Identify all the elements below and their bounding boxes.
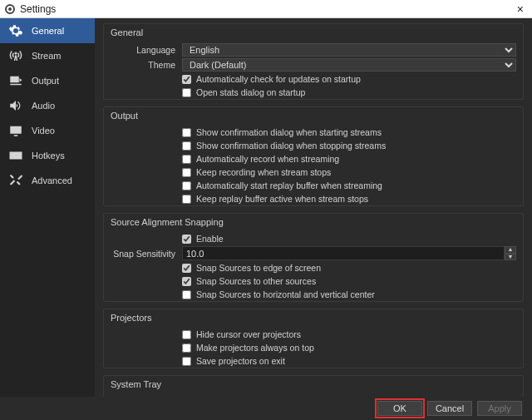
- chk-confirm-start[interactable]: [182, 128, 191, 137]
- group-title: System Tray: [104, 376, 523, 394]
- chk-auto-record[interactable]: [182, 155, 191, 164]
- group-title: Output: [104, 107, 523, 126]
- sidebar-item-output[interactable]: Output: [0, 68, 95, 93]
- chk-stats[interactable]: [182, 88, 191, 97]
- sidebar-item-stream[interactable]: Stream: [0, 43, 95, 68]
- chk-auto-replay[interactable]: [182, 181, 191, 190]
- chk-snap-edge[interactable]: [182, 264, 191, 273]
- snap-sensitivity-input[interactable]: [182, 246, 505, 260]
- sidebar-item-general[interactable]: General: [0, 18, 95, 43]
- antenna-icon: [7, 48, 25, 63]
- chk-confirm-stop[interactable]: [182, 141, 191, 151]
- chk-updates[interactable]: [182, 75, 191, 84]
- keyboard-icon: [7, 148, 25, 163]
- theme-select[interactable]: Dark (Default): [182, 58, 516, 72]
- sidebar-item-advanced[interactable]: Advanced: [0, 168, 95, 193]
- app-icon: [5, 4, 15, 14]
- sidebar-item-label: Advanced: [32, 175, 72, 185]
- titlebar: Settings ×: [0, 0, 532, 18]
- settings-content: General Language English Theme Dark (Def…: [95, 18, 532, 397]
- language-select[interactable]: English: [182, 43, 516, 57]
- language-label: Language: [104, 45, 182, 55]
- theme-label: Theme: [104, 60, 182, 70]
- sidebar-item-hotkeys[interactable]: Hotkeys: [0, 143, 95, 168]
- sidebar-item-label: Hotkeys: [32, 151, 65, 161]
- chk-snap-center[interactable]: [182, 290, 191, 299]
- chk-snap-other[interactable]: [182, 277, 191, 286]
- group-systray: System Tray Enable Minimize to system tr…: [103, 375, 524, 397]
- chk-keep-recording[interactable]: [182, 168, 191, 177]
- close-icon[interactable]: ×: [514, 2, 527, 16]
- window-title: Settings: [20, 3, 514, 15]
- snap-sensitivity-label: Snap Sensitivity: [104, 249, 182, 259]
- group-output: Output Show confirmation dialog when sta…: [103, 106, 524, 206]
- chk-proj-hide-cursor[interactable]: [182, 330, 191, 339]
- chk-proj-on-top[interactable]: [182, 343, 191, 353]
- audio-icon: [7, 98, 25, 113]
- sidebar-item-audio[interactable]: Audio: [0, 93, 95, 118]
- step-down-icon[interactable]: ▼: [505, 254, 516, 261]
- sidebar-item-video[interactable]: Video: [0, 118, 95, 143]
- ok-button[interactable]: OK: [377, 401, 422, 416]
- sidebar: General Stream Output Audio Video Hotkey…: [0, 18, 95, 397]
- tools-icon: [7, 173, 25, 188]
- gear-icon: [7, 23, 25, 38]
- video-icon: [7, 123, 25, 138]
- chk-keep-replay[interactable]: [182, 195, 191, 204]
- sidebar-item-label: Video: [32, 126, 55, 136]
- group-general: General Language English Theme Dark (Def…: [103, 23, 524, 100]
- group-snapping: Source Alignment Snapping Enable Snap Se…: [103, 213, 524, 302]
- sidebar-item-label: Output: [32, 76, 59, 86]
- chk-snap-enable[interactable]: [182, 235, 191, 244]
- step-up-icon[interactable]: ▲: [505, 246, 516, 254]
- group-projectors: Projectors Hide cursor over projectors M…: [103, 309, 524, 368]
- apply-button[interactable]: Apply: [477, 401, 522, 416]
- group-title: Source Alignment Snapping: [104, 214, 523, 232]
- group-title: Projectors: [104, 309, 523, 328]
- output-icon: [7, 73, 25, 88]
- sidebar-item-label: General: [32, 26, 64, 36]
- sidebar-item-label: Audio: [32, 101, 55, 111]
- snap-sensitivity-stepper[interactable]: ▲▼: [505, 246, 516, 260]
- sidebar-item-label: Stream: [32, 51, 61, 61]
- chk-proj-save[interactable]: [182, 357, 191, 366]
- cancel-button[interactable]: Cancel: [427, 401, 472, 416]
- group-title: General: [104, 24, 523, 42]
- dialog-footer: OK Cancel Apply: [0, 397, 532, 420]
